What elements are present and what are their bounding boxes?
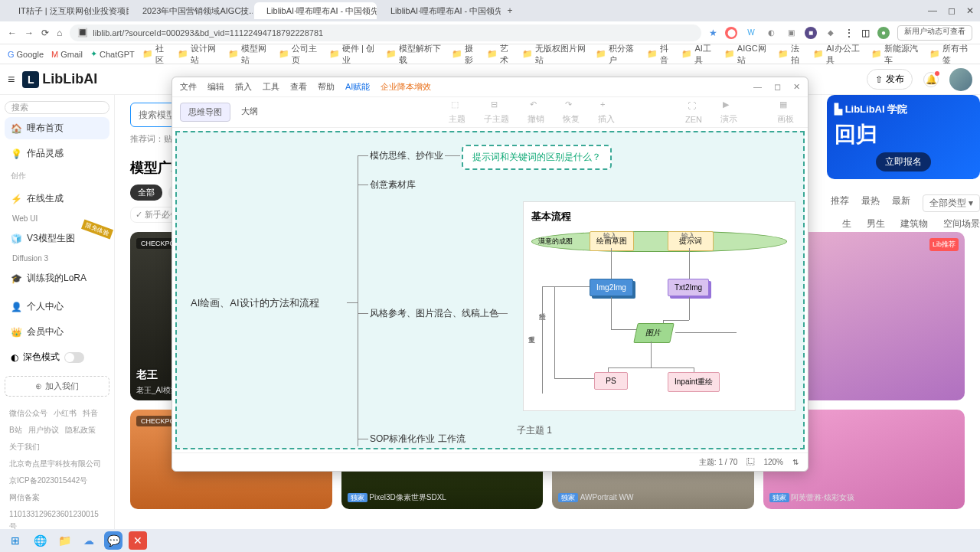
nav-v3[interactable]: 🧊V3模型生图限免体验 (5, 227, 109, 250)
close-window-icon[interactable]: ✕ (966, 5, 974, 16)
avatar[interactable] (949, 68, 972, 91)
menu-icon[interactable]: ≡ (8, 73, 15, 87)
join-us-button[interactable]: ⊕ 加入我们 (5, 376, 109, 397)
category-link[interactable]: 生 (842, 217, 851, 230)
nav-generate[interactable]: ⚡在线生成 (5, 188, 109, 210)
browser-tab[interactable]: IT桔子 | 泛互联网创业投资项目× (6, 2, 129, 19)
minimize-icon[interactable]: — (928, 5, 937, 16)
flow-box-image[interactable]: 图片 (633, 323, 675, 343)
footer-link[interactable]: B站 (9, 424, 22, 436)
bookmark-folder[interactable]: 新能源汽车 (871, 43, 922, 66)
filter-chip[interactable]: 全部 (130, 185, 162, 201)
ext-menu-icon[interactable]: ⋮ (844, 28, 854, 38)
tool-redo[interactable]: ↷恢复 (557, 100, 586, 125)
bookmark-item[interactable]: MGmail (51, 50, 83, 59)
academy-banner[interactable]: ▙ LibLibAI 学院 回归 立即报名 (827, 95, 980, 179)
bookmark-folder[interactable]: 摄影 (452, 43, 479, 66)
tool-canvas[interactable]: ▦画板 (771, 100, 800, 125)
new-tab-button[interactable]: + (502, 5, 518, 16)
bookmark-item[interactable]: ✦ChatGPT (90, 49, 135, 59)
nav-profile[interactable]: 👤个人中心 (5, 296, 109, 318)
logo[interactable]: LLibLibAI (22, 71, 97, 88)
nav-home[interactable]: 🏠哩布首页 (5, 117, 109, 139)
publish-button[interactable]: ⇧发布 (867, 69, 913, 90)
bookmark-folder[interactable]: 抖音 (647, 43, 675, 66)
bookmark-folder[interactable]: AI工具 (681, 43, 716, 66)
footer-link[interactable]: 小红书 (54, 407, 77, 420)
tool-topic[interactable]: ⬚主题 (443, 100, 472, 125)
view-mode-icon[interactable]: ⿺ (746, 458, 754, 466)
bookmark-folder[interactable]: 无版权图片网站 (522, 43, 588, 66)
dark-mode-toggle[interactable]: ◐深色模式 (5, 346, 109, 368)
notification-icon[interactable]: 🔔 (923, 72, 939, 87)
start-button[interactable]: ⊞ (6, 531, 24, 550)
menu-ai[interactable]: AI赋能 (345, 81, 370, 93)
bookmark-folder[interactable]: 模型网站 (228, 43, 271, 66)
ext-icon[interactable]: ◐ (765, 27, 777, 39)
tool-zen[interactable]: ⛶ZEN (679, 101, 708, 124)
sort-option[interactable]: 推荐 (831, 194, 849, 212)
browser-tab[interactable]: LiblibAI·哩布哩布AI - 中国领先× (378, 2, 501, 19)
tool-insert[interactable]: +插入 (592, 100, 621, 125)
branch[interactable]: 创意素材库 (370, 178, 416, 191)
category-link[interactable]: 建筑物 (900, 217, 928, 230)
bookmark-folder[interactable]: 模型解析下载 (386, 43, 444, 66)
ext-icon[interactable]: ▣ (785, 27, 797, 39)
academy-signup-button[interactable]: 立即报名 (876, 152, 931, 171)
nav-member[interactable]: 👑会员中心 (5, 321, 109, 343)
menu-view[interactable]: 查看 (290, 81, 307, 93)
ext-icon[interactable]: W (745, 27, 757, 39)
category-link[interactable]: 男生 (867, 217, 885, 230)
selected-node[interactable]: 提示词和关键词的区别是什么？ (462, 145, 612, 170)
mindmap-root[interactable]: AI绘画、AI设计的方法和流程 (191, 296, 319, 310)
taskbar-app[interactable]: ☁ (80, 531, 98, 550)
flow-box-result[interactable]: 满意的成图 (531, 231, 787, 252)
branch[interactable]: 风格参考、图片混合、线稿上色 (370, 307, 498, 320)
type-select[interactable]: 全部类型 ▾ (923, 194, 980, 212)
mindmap-canvas[interactable]: AI绘画、AI设计的方法和流程 模仿思维、抄作业 提示词和关键词的区别是什么？ … (175, 131, 805, 449)
profile-icon[interactable]: ● (877, 27, 890, 39)
bookmark-folder[interactable]: 公司主页 (279, 43, 322, 66)
nav-lora[interactable]: 🎓训练我的LoRA (5, 267, 109, 289)
site-info-icon[interactable]: 🔳 (77, 28, 88, 38)
flow-box-t2i[interactable]: Txt2Img (668, 279, 709, 296)
subtopic-node[interactable]: 子主题 1 (517, 424, 552, 437)
menu-file[interactable]: 文件 (180, 81, 197, 93)
nav-inspiration[interactable]: 💡作品灵感 (5, 142, 109, 165)
bookmark-folder[interactable]: 社区 (142, 43, 170, 66)
tool-undo[interactable]: ↶撤销 (521, 100, 550, 125)
taskbar-app[interactable]: 📁 (55, 531, 74, 550)
branch[interactable]: SOP标准化作业 工作流 (370, 433, 466, 446)
doc-maximize-icon[interactable]: ◻ (774, 82, 781, 92)
taskbar-app[interactable]: 🌐 (31, 531, 49, 550)
doc-close-icon[interactable]: ✕ (793, 82, 800, 92)
zoom-stepper-icon[interactable]: ⇅ (792, 458, 799, 466)
browser-tab-active[interactable]: LiblibAI·哩布哩布AI - 中国领先× (254, 2, 377, 19)
bookmark-folder[interactable]: 设计网站 (178, 43, 220, 66)
menu-tool[interactable]: 工具 (263, 81, 279, 93)
flow-box-inpaint[interactable]: Inpaint重绘 (668, 372, 720, 392)
home-button[interactable]: ⌂ (57, 28, 62, 38)
footer-link[interactable]: 关于我们 (9, 441, 40, 453)
footer-link[interactable]: 隐私政策 (65, 424, 96, 436)
doc-minimize-icon[interactable]: — (753, 82, 762, 92)
start-hint-button[interactable]: 新用户动态可查看 (897, 25, 972, 41)
forward-button[interactable]: → (24, 28, 34, 38)
menu-edit[interactable]: 编辑 (207, 81, 224, 93)
maximize-icon[interactable]: ◻ (948, 5, 956, 16)
branch[interactable]: 模仿思维、抄作业 (370, 149, 443, 162)
bookmark-folder[interactable]: 艺术 (487, 43, 514, 66)
menu-insert[interactable]: 插入 (235, 81, 252, 93)
sort-option[interactable]: 最热 (861, 194, 880, 212)
menu-help[interactable]: 帮助 (318, 81, 335, 93)
tool-present[interactable]: ▶演示 (714, 100, 743, 125)
sort-option[interactable]: 最新 (892, 194, 910, 212)
bookmark-item[interactable]: GGoogle (8, 50, 44, 59)
ext-icon[interactable]: ◆ (825, 27, 837, 39)
all-bookmarks-button[interactable]: 所有书签 (929, 43, 972, 66)
bookmark-folder[interactable]: 法拍 (778, 43, 805, 66)
tab-mindmap[interactable]: 思维导图 (180, 103, 230, 122)
zoom-level[interactable]: 120% (763, 458, 783, 466)
menu-enterprise[interactable]: 企业降本增效 (381, 81, 431, 93)
url-input[interactable]: 🔳 liblib.art/?sourceId=000293&bd_vid=111… (70, 24, 701, 41)
